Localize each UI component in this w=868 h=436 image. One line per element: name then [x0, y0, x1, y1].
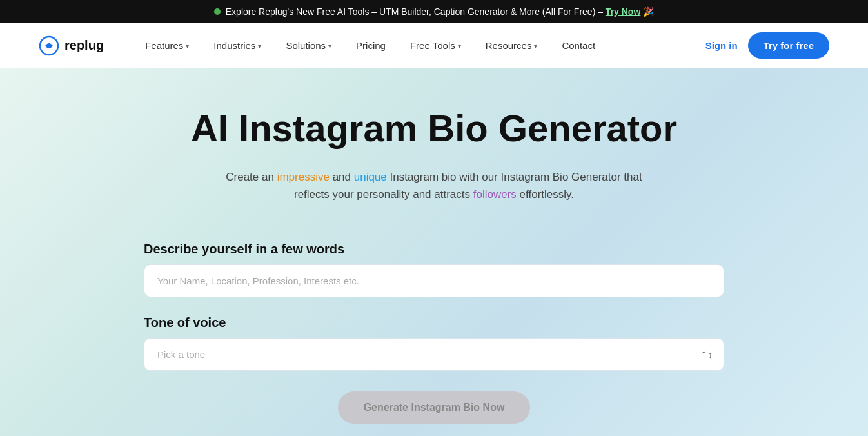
nav-contact[interactable]: Contact [553, 35, 604, 56]
try-for-free-button[interactable]: Try for free [748, 32, 829, 59]
chevron-down-icon: ▾ [258, 43, 261, 50]
chevron-down-icon: ▾ [534, 43, 537, 50]
nav-right: Sign in Try for free [705, 32, 829, 59]
nav-links: Features ▾ Industries ▾ Solutions ▾ Pric… [136, 35, 705, 56]
form-section: Describe yourself in a few words Tone of… [144, 242, 724, 424]
sign-in-link[interactable]: Sign in [705, 40, 738, 51]
nav-solutions[interactable]: Solutions ▾ [277, 35, 340, 56]
nav-free-tools[interactable]: Free Tools ▾ [401, 35, 470, 56]
nav-resources[interactable]: Resources ▾ [477, 35, 547, 56]
nav-pricing[interactable]: Pricing [347, 35, 395, 56]
page-title: AI Instagram Bio Generator [191, 107, 677, 150]
hero-section: AI Instagram Bio Generator Create an imp… [191, 107, 677, 203]
chevron-down-icon: ▾ [328, 43, 331, 50]
describe-input[interactable] [144, 264, 724, 297]
hero-subtitle: Create an impressive and unique Instagra… [208, 168, 660, 203]
nav-industries[interactable]: Industries ▾ [204, 35, 270, 56]
generate-button[interactable]: Generate Instagram Bio Now [338, 391, 531, 424]
tone-select[interactable]: Pick a tone Professional Casual Funny In… [144, 338, 724, 371]
try-now-link[interactable]: Try Now [606, 6, 640, 17]
describe-label: Describe yourself in a few words [144, 242, 724, 257]
navbar: replug Features ▾ Industries ▾ Solutions… [0, 23, 868, 68]
banner-dot [214, 8, 221, 15]
tone-label: Tone of voice [144, 315, 724, 330]
nav-features[interactable]: Features ▾ [136, 35, 198, 56]
logo-text: replug [64, 38, 104, 53]
logo[interactable]: replug [39, 35, 104, 56]
banner-text: Explore Replug's New Free AI Tools – UTM… [226, 6, 654, 17]
tone-select-wrapper: Pick a tone Professional Casual Funny In… [144, 338, 724, 371]
main-content: AI Instagram Bio Generator Create an imp… [0, 68, 868, 436]
logo-icon [39, 35, 59, 56]
top-banner: Explore Replug's New Free AI Tools – UTM… [0, 0, 868, 23]
chevron-down-icon: ▾ [458, 43, 461, 50]
chevron-down-icon: ▾ [186, 43, 189, 50]
